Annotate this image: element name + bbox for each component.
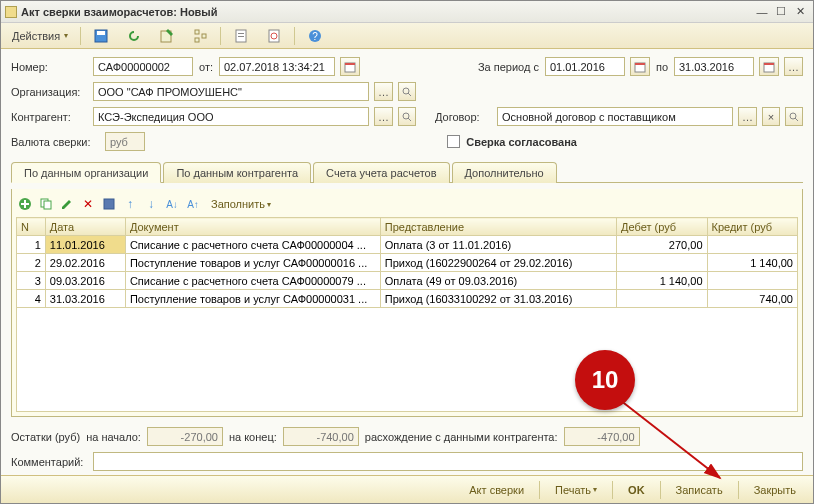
select-button[interactable]: …	[374, 82, 393, 101]
open-button[interactable]	[398, 107, 416, 126]
period-to-field[interactable]	[674, 57, 754, 76]
titlebar: Акт сверки взаиморасчетов: Новый — ☐ ✕	[1, 1, 813, 23]
svg-rect-3	[195, 30, 199, 34]
close-window-button[interactable]: ✕	[791, 4, 809, 20]
minimize-button[interactable]: —	[753, 4, 771, 20]
org-label: Организация:	[11, 86, 87, 98]
svg-text:?: ?	[312, 31, 318, 42]
col-doc[interactable]: Документ	[125, 218, 380, 236]
open-button[interactable]	[398, 82, 416, 101]
curr-field[interactable]	[105, 132, 145, 151]
svg-line-22	[408, 118, 411, 121]
svg-line-29	[620, 400, 720, 478]
balance-start-field	[147, 427, 223, 446]
select-button[interactable]: …	[738, 107, 757, 126]
move-down-icon[interactable]: ↓	[142, 195, 160, 213]
separator	[294, 27, 295, 45]
window-title: Акт сверки взаиморасчетов: Новый	[21, 6, 752, 18]
annotation-badge: 10	[575, 350, 635, 410]
dog-label: Договор:	[435, 111, 491, 123]
dropdown-arrow-icon: ▾	[267, 200, 271, 209]
end-label: на конец:	[229, 431, 277, 443]
grid-toolbar: ✕ ↑ ↓ A↓ A↑ Заполнить ▾	[16, 193, 798, 217]
end-edit-icon[interactable]	[100, 195, 118, 213]
svg-line-20	[408, 93, 411, 96]
tab-additional[interactable]: Дополнительно	[452, 162, 557, 183]
tab-org-data[interactable]: По данным организации	[11, 162, 161, 183]
start-label: на начало:	[86, 431, 141, 443]
move-up-icon[interactable]: ↑	[121, 195, 139, 213]
col-date[interactable]: Дата	[45, 218, 125, 236]
separator	[80, 27, 81, 45]
select-button[interactable]: …	[374, 107, 393, 126]
col-cred[interactable]: Кредит (руб	[707, 218, 797, 236]
sort-desc-icon[interactable]: A↑	[184, 195, 202, 213]
print-menu[interactable]: Печать ▾	[544, 480, 608, 500]
data-grid[interactable]: N Дата Документ Представление Дебет (руб…	[16, 217, 798, 308]
edit-row-icon[interactable]	[58, 195, 76, 213]
svg-rect-5	[202, 34, 206, 38]
svg-rect-4	[195, 38, 199, 42]
period-from-field[interactable]	[545, 57, 625, 76]
table-row[interactable]: 1 11.01.2016 Списание с расчетного счета…	[17, 236, 798, 254]
sort-asc-icon[interactable]: A↓	[163, 195, 181, 213]
period-picker-button[interactable]: …	[784, 57, 803, 76]
contr-label: Контрагент:	[11, 111, 87, 123]
act-sverki-button[interactable]: Акт сверки	[458, 480, 535, 500]
tab-contr-data[interactable]: По данным контрагента	[163, 162, 311, 183]
toolbar-refresh-icon[interactable]	[119, 25, 149, 47]
org-field[interactable]	[93, 82, 369, 101]
tab-accounts[interactable]: Счета учета расчетов	[313, 162, 449, 183]
period-label: За период с	[478, 61, 539, 73]
svg-rect-27	[44, 201, 51, 209]
toolbar-basis-icon[interactable]	[152, 25, 182, 47]
toolbar-settings-icon[interactable]	[259, 25, 289, 47]
comment-label: Комментарий:	[11, 456, 87, 468]
delete-row-icon[interactable]: ✕	[79, 195, 97, 213]
svg-rect-8	[238, 36, 244, 37]
close-button[interactable]: Закрыть	[743, 480, 807, 500]
maximize-button[interactable]: ☐	[772, 4, 790, 20]
svg-line-24	[795, 118, 798, 121]
toolbar-structure-icon[interactable]	[185, 25, 215, 47]
dropdown-arrow-icon: ▾	[64, 31, 68, 40]
col-n[interactable]: N	[17, 218, 46, 236]
calendar-button[interactable]	[340, 57, 360, 76]
calendar-button[interactable]	[630, 57, 650, 76]
po-label: по	[656, 61, 668, 73]
number-field[interactable]	[93, 57, 193, 76]
toolbar-report-icon[interactable]	[226, 25, 256, 47]
dog-field[interactable]	[497, 107, 733, 126]
balance-end-field	[283, 427, 359, 446]
grid-panel: ✕ ↑ ↓ A↓ A↑ Заполнить ▾ N Дата Документ	[11, 189, 803, 417]
fill-menu[interactable]: Заполнить ▾	[205, 196, 277, 212]
svg-rect-18	[764, 63, 774, 65]
number-label: Номер:	[11, 61, 87, 73]
col-repr[interactable]: Представление	[380, 218, 616, 236]
diff-label: расхождение с данными контрагента:	[365, 431, 558, 443]
svg-rect-7	[238, 33, 244, 34]
table-row[interactable]: 2 29.02.2016 Поступление товаров и услуг…	[17, 254, 798, 272]
toolbar-help-icon[interactable]: ?	[300, 25, 330, 47]
table-row[interactable]: 4 31.03.2016 Поступление товаров и услуг…	[17, 290, 798, 308]
tabs: По данным организации По данным контраге…	[11, 161, 803, 183]
toolbar-save-icon[interactable]	[86, 25, 116, 47]
agree-checkbox[interactable]	[447, 135, 460, 148]
open-button[interactable]	[785, 107, 803, 126]
svg-rect-14	[345, 63, 355, 65]
svg-rect-28	[104, 199, 114, 209]
actions-menu[interactable]: Действия ▾	[5, 27, 75, 45]
table-row[interactable]: 3 09.03.2016 Списание с расчетного счета…	[17, 272, 798, 290]
datetime-field[interactable]	[219, 57, 335, 76]
svg-rect-16	[635, 63, 645, 65]
contr-field[interactable]	[93, 107, 369, 126]
ot-label: от:	[199, 61, 213, 73]
balance-label: Остатки (руб)	[11, 431, 80, 443]
add-row-icon[interactable]	[16, 195, 34, 213]
clear-button[interactable]: ×	[762, 107, 780, 126]
copy-row-icon[interactable]	[37, 195, 55, 213]
col-deb[interactable]: Дебет (руб	[617, 218, 707, 236]
calendar-button[interactable]	[759, 57, 779, 76]
document-icon	[5, 6, 17, 18]
agree-label: Сверка согласована	[466, 136, 577, 148]
